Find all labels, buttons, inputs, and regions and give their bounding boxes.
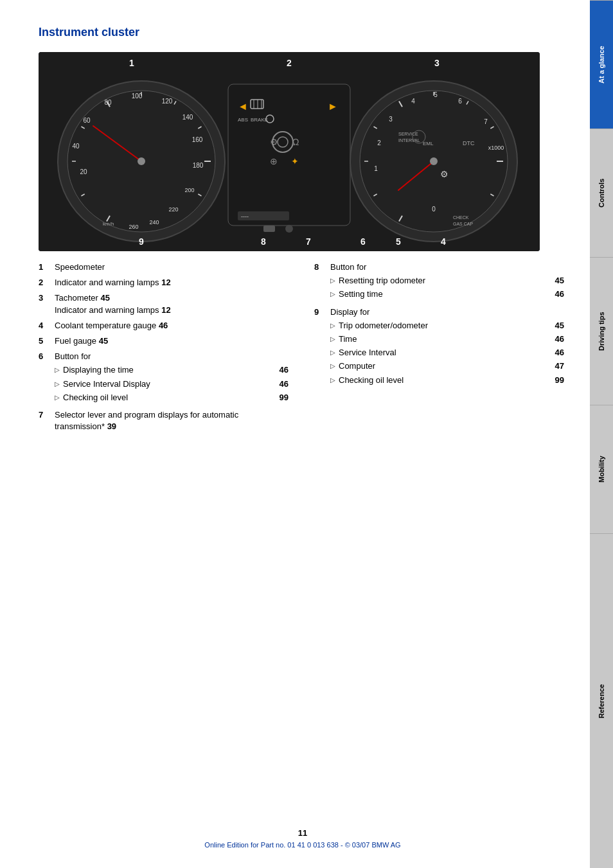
svg-text:200: 200 (184, 187, 194, 193)
tab-reference-label: Reference (598, 684, 605, 718)
tab-reference[interactable]: Reference (590, 533, 613, 868)
svg-text:6: 6 (458, 98, 462, 105)
svg-text:1: 1 (129, 58, 134, 68)
item-link-6a[interactable]: 46 (280, 364, 289, 376)
item-1: 1 Speedometer (39, 261, 289, 273)
svg-text:2: 2 (287, 58, 292, 68)
triangle-icon-7: ▷ (330, 335, 335, 344)
item-content-6: Button for ▷ Displaying the time 46 ▷ Se… (55, 351, 289, 405)
svg-text:120: 120 (162, 98, 173, 105)
svg-text:SERVICE: SERVICE (398, 132, 418, 136)
item-number-7: 7 (39, 409, 51, 421)
svg-text:CHECK: CHECK (453, 215, 469, 220)
svg-text:2: 2 (377, 139, 381, 146)
triangle-icon-1: ▷ (55, 366, 60, 375)
item-9-subitem-1: ▷ Trip odometer/odometer 45 (330, 320, 564, 332)
item-link-8a[interactable]: 45 (555, 275, 564, 287)
svg-point-31 (138, 157, 145, 165)
item-number-8: 8 (314, 261, 327, 273)
svg-text:240: 240 (149, 219, 159, 226)
item-6-subitems: ▷ Displaying the time 46 ▷ Service Inter… (55, 364, 289, 403)
item-link-3b[interactable]: 12 (161, 305, 170, 315)
item-label-coolant: Coolant temperature gauge (55, 321, 159, 330)
item-5: 5 Fuel gauge 45 (39, 335, 289, 347)
tab-at-glance[interactable]: At a glance (590, 0, 613, 128)
item-link-3a[interactable]: 45 (101, 293, 110, 303)
svg-text:7: 7 (306, 236, 311, 247)
item-label-button-for: Button for (55, 351, 91, 361)
tab-controls[interactable]: Controls (590, 128, 613, 257)
tab-mobility[interactable]: Mobility (590, 405, 613, 533)
item-link-9d[interactable]: 47 (555, 360, 564, 372)
svg-text:9: 9 (139, 236, 144, 247)
svg-text:60: 60 (83, 117, 91, 124)
tab-controls-label: Controls (598, 179, 605, 208)
triangle-icon-10: ▷ (330, 376, 335, 385)
item-number-5: 5 (39, 335, 51, 347)
item-6-subitem-3: ▷ Checking oil level 99 (55, 392, 289, 403)
item-number-2: 2 (39, 277, 51, 288)
svg-text:1: 1 (374, 165, 378, 172)
item-number-9: 9 (314, 306, 327, 318)
tab-driving-tips[interactable]: Driving tips (590, 257, 613, 405)
item-9-subitem-2: ▷ Time 46 (330, 333, 564, 345)
item-content-9: Display for ▷ Trip odometer/odometer 45 … (330, 306, 564, 388)
svg-text:4: 4 (441, 236, 446, 247)
triangle-icon-5: ▷ (330, 290, 335, 299)
item-link-6c[interactable]: 99 (280, 392, 289, 403)
item-label-indicator: Indicator and warning lamps (55, 278, 161, 287)
item-content-1: Speedometer (55, 261, 289, 273)
svg-point-52 (285, 225, 293, 233)
item-4: 4 Coolant temperature gauge 46 (39, 320, 289, 332)
svg-text:⚙: ⚙ (440, 169, 449, 179)
item-link-9b[interactable]: 46 (555, 333, 564, 345)
item-content-4: Coolant temperature gauge 46 (55, 320, 289, 332)
svg-text:►: ► (328, 101, 338, 112)
svg-text:km/h: km/h (103, 221, 114, 227)
subitem-text-service-interval: Service Interval Display (63, 378, 280, 390)
svg-text:80: 80 (104, 99, 112, 106)
subitem-text-computer: Computer (339, 360, 555, 372)
svg-rect-51 (263, 226, 275, 232)
subitem-text-time: Time (339, 333, 555, 345)
item-link-9a[interactable]: 45 (555, 320, 564, 332)
item-6-subitem-2: ▷ Service Interval Display 46 (55, 378, 289, 390)
item-6-subitem-1: ▷ Displaying the time 46 (55, 364, 289, 376)
item-link-9e[interactable]: 99 (555, 375, 564, 386)
item-9: 9 Display for ▷ Trip odometer/odometer 4… (314, 306, 564, 388)
triangle-icon-8: ▷ (330, 348, 335, 357)
items-container: 1 Speedometer 2 Indicator and warning la… (39, 261, 564, 436)
svg-text:4: 4 (411, 98, 415, 105)
svg-text:0: 0 (432, 206, 436, 213)
triangle-icon-6: ▷ (330, 321, 335, 330)
svg-text:100: 100 (132, 93, 143, 100)
item-link-9c[interactable]: 46 (555, 347, 564, 359)
svg-text:6: 6 (360, 236, 366, 247)
tab-mobility-label: Mobility (598, 456, 605, 483)
svg-text:----: ---- (241, 213, 249, 220)
subitem-text-checking-oil-left: Checking oil level (63, 392, 280, 403)
item-label-selector: Selector lever and program displays for … (55, 410, 238, 431)
item-link-2[interactable]: 12 (161, 278, 170, 287)
subitem-text-checking-oil-right: Checking oil level (339, 375, 555, 386)
item-link-5[interactable]: 45 (99, 336, 108, 346)
triangle-icon-9: ▷ (330, 362, 335, 371)
item-link-7[interactable]: 39 (107, 421, 116, 431)
item-link-8b[interactable]: 46 (555, 288, 564, 300)
item-content-2: Indicator and warning lamps 12 (55, 277, 289, 288)
svg-text:ABS: ABS (238, 117, 248, 123)
item-link-6b[interactable]: 46 (280, 378, 289, 390)
item-number-3: 3 (39, 292, 51, 304)
tabs-column: At a glance Controls Driving tips Mobili… (590, 0, 613, 868)
subitem-text-resetting-trip: Resetting trip odometer (339, 275, 555, 287)
item-link-4[interactable]: 46 (159, 321, 168, 330)
items-left: 1 Speedometer 2 Indicator and warning la… (39, 261, 289, 436)
triangle-icon-2: ▷ (55, 380, 60, 389)
svg-text:DTC: DTC (463, 140, 475, 146)
items-right: 8 Button for ▷ Resetting trip odometer 4… (314, 261, 564, 436)
item-label-tachometer: Tachometer (55, 293, 101, 303)
item-label-fuel: Fuel gauge (55, 336, 99, 346)
svg-text:5: 5 (434, 91, 438, 98)
item-8-subitems: ▷ Resetting trip odometer 45 ▷ Setting t… (330, 275, 564, 300)
svg-text:140: 140 (182, 114, 193, 121)
